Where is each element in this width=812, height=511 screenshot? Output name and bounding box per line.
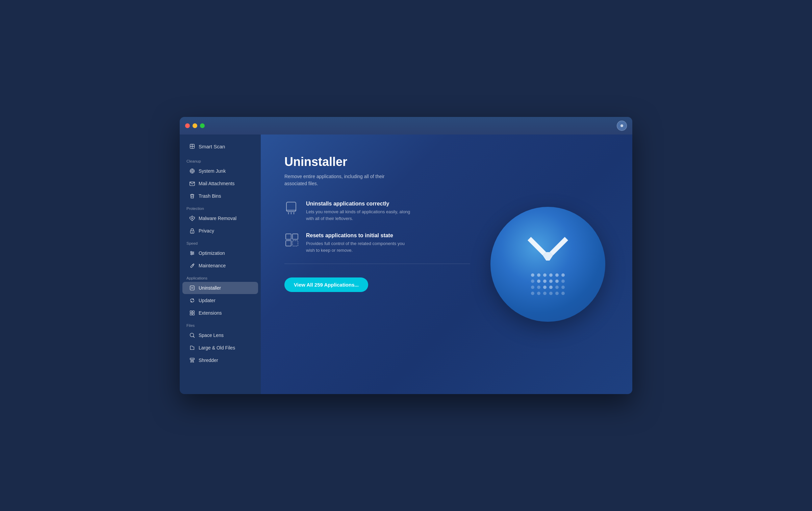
sidebar-label-updater: Updater <box>199 298 215 303</box>
space-lens-icon <box>189 332 195 338</box>
sidebar-item-uninstaller[interactable]: Uninstaller <box>182 282 258 294</box>
feature-text-2: Resets applications to initial state Pro… <box>306 233 411 253</box>
svg-point-4 <box>191 170 193 172</box>
x-icon-wrapper <box>528 234 568 295</box>
sidebar-item-malware-removal[interactable]: Malware Removal <box>182 212 258 224</box>
sidebar-item-privacy[interactable]: Privacy <box>182 225 258 237</box>
svg-rect-25 <box>190 313 192 315</box>
sidebar-label-shredder: Shredder <box>199 358 218 363</box>
uninstaller-icon <box>189 285 195 291</box>
privacy-icon <box>189 228 195 234</box>
malware-icon <box>189 215 195 221</box>
content-divider <box>284 264 470 264</box>
svg-rect-23 <box>190 311 192 313</box>
page-subtitle: Remove entire applications, including al… <box>284 173 392 187</box>
optimization-icon <box>189 250 195 256</box>
large-files-icon <box>189 345 195 351</box>
sidebar-item-updater[interactable]: Updater <box>182 294 258 307</box>
x-shape-icon <box>528 234 568 267</box>
feature-icon-resets <box>284 233 299 247</box>
profile-dot <box>620 124 623 127</box>
svg-point-19 <box>193 252 194 254</box>
view-all-button[interactable]: View All 259 Applications... <box>284 277 368 292</box>
feature-text-1: Uninstalls applications correctly Lets y… <box>306 201 411 222</box>
mail-icon <box>189 180 195 187</box>
sidebar-label-trash-bins: Trash Bins <box>199 193 221 199</box>
sidebar-label-extensions: Extensions <box>199 310 222 316</box>
titlebar-right <box>617 121 627 131</box>
sidebar-item-trash-bins[interactable]: Trash Bins <box>182 190 258 202</box>
feature-icon-uninstalls <box>284 201 299 216</box>
sidebar-label-smart-scan: Smart Scan <box>199 144 225 149</box>
feature-desc-2: Provides full control of the related com… <box>306 240 411 253</box>
traffic-lights <box>185 123 205 128</box>
svg-point-20 <box>191 254 192 255</box>
updater-icon <box>189 297 195 303</box>
section-label-speed: Speed <box>180 237 261 247</box>
feature-title-2: Resets applications to initial state <box>306 233 411 239</box>
svg-point-12 <box>192 218 193 219</box>
sidebar-item-large-old-files[interactable]: Large & Old Files <box>182 342 258 354</box>
app-window: Smart Scan Cleanup System Junk <box>180 117 632 394</box>
svg-rect-39 <box>286 234 291 239</box>
svg-line-32 <box>193 360 193 362</box>
page-title: Uninstaller <box>284 155 609 169</box>
sidebar-item-extensions[interactable]: Extensions <box>182 307 258 319</box>
svg-rect-42 <box>293 241 298 246</box>
svg-point-14 <box>192 232 193 233</box>
titlebar <box>180 117 632 135</box>
sidebar: Smart Scan Cleanup System Junk <box>180 135 261 394</box>
sidebar-item-shredder[interactable]: Shredder <box>182 354 258 366</box>
sidebar-item-mail-attachments[interactable]: Mail Attachments <box>182 177 258 190</box>
svg-point-18 <box>191 251 192 253</box>
sidebar-item-system-junk[interactable]: System Junk <box>182 165 258 177</box>
svg-rect-29 <box>190 358 195 360</box>
svg-line-33 <box>193 360 194 362</box>
svg-line-28 <box>193 336 194 337</box>
scan-icon <box>189 143 195 149</box>
section-label-applications: Applications <box>180 272 261 282</box>
trash-icon <box>189 193 195 199</box>
extensions-icon <box>189 310 195 316</box>
sidebar-item-space-lens[interactable]: Space Lens <box>182 329 258 341</box>
sidebar-item-optimization[interactable]: Optimization <box>182 247 258 259</box>
content-header: Uninstaller Remove entire applications, … <box>284 155 609 187</box>
feature-desc-1: Lets you remove all kinds of application… <box>306 209 411 222</box>
feature-title-1: Uninstalls applications correctly <box>306 201 411 207</box>
sidebar-label-system-junk: System Junk <box>199 168 226 174</box>
dots-grid <box>531 273 565 295</box>
svg-rect-26 <box>193 313 194 315</box>
minimize-button[interactable] <box>193 123 197 128</box>
sidebar-label-uninstaller: Uninstaller <box>199 285 221 291</box>
section-label-cleanup: Cleanup <box>180 155 261 165</box>
app-icon <box>490 207 605 322</box>
section-label-protection: Protection <box>180 202 261 212</box>
svg-rect-24 <box>193 311 194 313</box>
sidebar-label-malware-removal: Malware Removal <box>199 216 236 221</box>
close-button[interactable] <box>185 123 190 128</box>
window-body: Smart Scan Cleanup System Junk <box>180 135 632 394</box>
svg-line-30 <box>191 360 191 362</box>
sidebar-label-maintenance: Maintenance <box>199 263 226 268</box>
main-content: Uninstaller Remove entire applications, … <box>261 135 632 394</box>
sidebar-label-mail-attachments: Mail Attachments <box>199 181 235 186</box>
system-junk-icon <box>189 168 195 174</box>
sidebar-label-optimization: Optimization <box>199 250 225 256</box>
sidebar-item-smart-scan[interactable]: Smart Scan <box>182 140 258 152</box>
maximize-button[interactable] <box>200 123 205 128</box>
maintenance-icon <box>189 263 195 269</box>
sidebar-label-privacy: Privacy <box>199 228 214 234</box>
shredder-icon <box>189 357 195 363</box>
sidebar-label-large-old-files: Large & Old Files <box>199 345 235 350</box>
svg-rect-41 <box>286 241 291 246</box>
profile-button[interactable] <box>617 121 627 131</box>
sidebar-label-space-lens: Space Lens <box>199 333 224 338</box>
section-label-files: Files <box>180 319 261 329</box>
svg-rect-40 <box>293 234 298 239</box>
sidebar-item-maintenance[interactable]: Maintenance <box>182 260 258 272</box>
